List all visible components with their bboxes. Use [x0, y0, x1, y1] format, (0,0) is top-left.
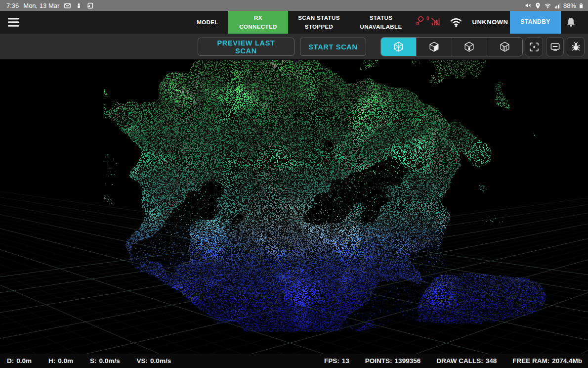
android-status-bar: 7:36 Mon, 13 Mar [0, 0, 588, 11]
clock: 7:36 [6, 2, 19, 9]
rx-value: CONNECTED [239, 22, 277, 31]
gnss-indicators: 0 [414, 11, 441, 34]
scan-status-block: SCAN STATUS STOPPED [294, 11, 344, 34]
stat-points: POINTS:1399356 [365, 357, 420, 365]
telemetry-height: H:0.0m [48, 357, 73, 365]
device-status-block: STATUS UNAVAILABLE [352, 11, 410, 34]
scan-status-label: SCAN STATUS [298, 13, 339, 22]
mode-badge[interactable]: STANDBY [510, 11, 561, 34]
view-mode-points-button[interactable] [452, 38, 487, 56]
telemetry-distance: D:0.0m [7, 357, 32, 365]
no-signal-icon [430, 16, 441, 29]
debug-button[interactable] [567, 37, 585, 56]
menu-icon [8, 18, 19, 27]
gmail-icon [64, 2, 71, 9]
cube-mesh-icon [499, 41, 511, 53]
notifications-button[interactable] [565, 11, 577, 34]
scan-toolbar: PREVIEW LAST SCAN START SCAN [0, 34, 588, 59]
scan-status-value: STOPPED [305, 22, 334, 31]
bell-icon [565, 16, 577, 29]
model-label: MODEL [188, 11, 227, 34]
telemetry-vertical-speed: VS:0.0m/s [137, 357, 171, 365]
cube-solid-icon [428, 41, 440, 53]
device-status-label: STATUS [370, 13, 393, 22]
app-screen: 7:36 Mon, 13 Mar [0, 0, 588, 368]
signal-icon [554, 2, 561, 9]
menu-button[interactable] [5, 15, 22, 29]
rx-status-badge: RX CONNECTED [228, 11, 288, 34]
device-status-value: UNAVAILABLE [360, 22, 402, 31]
satellite-count: 0 [426, 16, 429, 21]
recenter-view-button[interactable] [525, 37, 543, 56]
wifi-status-icon [449, 11, 463, 34]
start-scan-button[interactable]: START SCAN [300, 38, 366, 56]
focus-icon [528, 41, 540, 53]
debug-bug-icon [570, 41, 582, 52]
telemetry-speed: S:0.0m/s [90, 357, 120, 365]
satellite-icon [414, 15, 426, 29]
rx-label: RX [254, 13, 262, 22]
view-mode-mesh-button[interactable] [487, 38, 522, 56]
view-mode-segmented-control [380, 37, 523, 56]
stat-free-ram: FREE RAM:2074.4Mb [512, 357, 582, 365]
stats-overlay-button[interactable] [546, 37, 564, 56]
gps-status-label: UNKNOWN [468, 11, 512, 34]
app-header: MODEL RX CONNECTED SCAN STATUS STOPPED S… [0, 11, 588, 34]
preview-last-scan-button[interactable]: PREVIEW LAST SCAN [198, 38, 294, 56]
cube-wireframe-icon [392, 41, 405, 53]
stat-draw-calls: DRAW CALLS:348 [436, 357, 497, 365]
screenshot-icon [86, 2, 94, 9]
battery-icon [578, 1, 584, 10]
stats-overlay-icon [549, 41, 561, 52]
point-cloud-viewport[interactable] [0, 59, 588, 354]
view-mode-wireframe-button[interactable] [381, 38, 416, 56]
volume-muted-icon [524, 1, 532, 9]
usb-icon [76, 2, 82, 9]
date: Mon, 13 Mar [23, 2, 59, 9]
stat-fps: FPS:13 [324, 357, 349, 365]
location-icon [534, 2, 542, 9]
battery-percent: 88% [563, 2, 576, 9]
telemetry-bar: D:0.0m H:0.0m S:0.0m/s VS:0.0m/s FPS:13 … [0, 354, 588, 368]
view-mode-solid-button[interactable] [416, 38, 452, 56]
wifi-icon [544, 2, 552, 9]
cube-points-icon [463, 41, 475, 53]
